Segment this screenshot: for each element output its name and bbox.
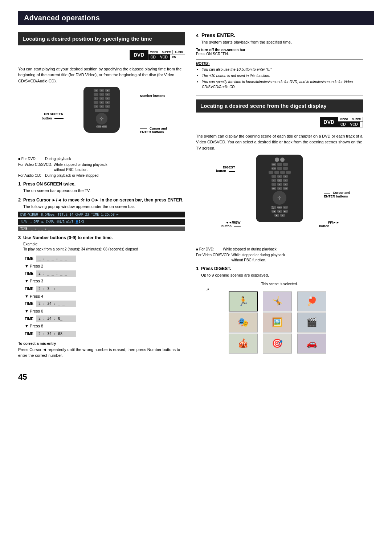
badge-right-r: VIDEO SUPER CD VCD xyxy=(338,117,363,127)
right-step-1-label: Press DIGEST. xyxy=(201,266,231,271)
time-label-3: TIME xyxy=(23,300,35,308)
example-text: To play back from a point 2 (hours): 34 … xyxy=(23,247,185,252)
digest-thumb-2[interactable]: 🤸 xyxy=(263,291,292,311)
step-1-label: Press ON SCREEN twice. xyxy=(23,181,75,187)
rr-btn9 xyxy=(269,171,273,174)
remote-btn-misc1 xyxy=(95,109,109,112)
rr-rew: ◄◄ xyxy=(271,210,276,213)
popup-time-label: TIME xyxy=(20,220,27,224)
step-3-title: 3 Use Number buttons (0-9) to enter the … xyxy=(18,235,185,240)
right-remote-container: DIGESTbutton SLP xyxy=(256,155,303,242)
time-label-2: TIME xyxy=(23,285,35,293)
time-press-2: ▼ Press 3 xyxy=(23,278,78,285)
number-buttons-annotation: Number buttons xyxy=(130,94,165,98)
remote-btn-6: 3 xyxy=(105,93,110,96)
badge-cd-r: CD xyxy=(338,122,348,127)
popup-time-entry: TIME _ : _ _ : _ _ xyxy=(20,227,54,230)
digest-thumb-1[interactable]: 🏃 xyxy=(229,291,258,311)
popup-mbps: 8.5Mbps xyxy=(41,213,55,216)
left-remote-wrap: ON SCREENbutton ◉ ◉ ◉ 1 2 3 xyxy=(18,87,185,152)
rew-annotation: ◄◄/REWbutton xyxy=(221,221,241,228)
step-2-num: 2 xyxy=(18,197,21,203)
disc-audio-label: For Audio CD: xyxy=(18,173,44,178)
cursor-enter-annotation-left: Cursor andENTER buttons xyxy=(140,127,167,134)
rr-btn5 xyxy=(283,163,288,166)
step-3: 3 Use Number buttons (0-9) to enter the … xyxy=(18,235,185,338)
right-step-1-body: Up to 9 opening scenes are displayed. xyxy=(196,273,363,278)
disc-row-audio: For Audio CD: During playback or while s… xyxy=(18,173,185,178)
rr-num8: 8 xyxy=(277,183,282,186)
remote-btn-2: ◉ xyxy=(99,89,104,92)
section-title: Advanced operations xyxy=(24,14,100,22)
rr-transport: ◄◄ ► ►► xyxy=(258,210,301,213)
rr-num4: 4 xyxy=(271,179,276,182)
remote-row-bottom: CHOICE MODE xyxy=(85,125,118,128)
step-3-label: Use Number buttons (0-9) to enter the ti… xyxy=(23,235,113,240)
note-2: The +10 button is not used in this funct… xyxy=(202,73,363,78)
digest-thumb-6[interactable]: 🎬 xyxy=(297,313,326,332)
press-label-5: ▼ Press 8 xyxy=(23,323,78,330)
to-correct-title: To correct a mis-entry xyxy=(18,342,185,346)
press-label-1: ▼ Press 2 xyxy=(23,263,78,270)
on-screen-bar-body: Press ON SCREEN. xyxy=(196,52,363,56)
remote-row-1: ◉ ◉ ◉ xyxy=(85,89,118,92)
digest-thumb-4-icon: 🎭 xyxy=(238,317,249,327)
rr-misc3: TV/R xyxy=(283,187,288,190)
badge-vcd-r: VCD xyxy=(348,122,360,127)
rr-row-misc: SET 0 TV/R xyxy=(258,187,301,190)
step-4-title: 4 Press ENTER. xyxy=(196,32,363,38)
press-label-2: ▼ Press 3 xyxy=(23,278,78,285)
popup-bar-3: TIME _ : _ _ : _ _ xyxy=(18,227,185,231)
left-disc-modes: ■ For DVD: During playback For Video CD/… xyxy=(18,156,185,178)
badge-video-r: VIDEO xyxy=(338,117,350,121)
step-3-num: 3 xyxy=(18,235,21,240)
rr-btn12 xyxy=(286,171,291,174)
right-disc-vcd-label: For Video CD/SVCD: xyxy=(196,253,230,263)
digest-thumb-8[interactable]: 🎯 xyxy=(263,334,292,354)
digest-thumb-9-icon: 🚗 xyxy=(306,338,317,348)
time-val-3: 2 : 34 : _ _ xyxy=(35,300,78,308)
right-step-1-title: 1 Press DIGEST. xyxy=(196,266,363,271)
rr-btn6: RTRN xyxy=(271,167,276,170)
time-entry-table: TIME _ : _ _ : _ _ ▼ Press 2 TIME 2 : _ … xyxy=(23,255,78,338)
right-disc-modes: ■ For DVD: While stopped or during playb… xyxy=(196,247,363,263)
remote-btn-7: 4 xyxy=(94,97,98,100)
popup-bars-wrap: DVD-VIDEO 8.5Mbps TITLE 14 CHAP 23 TIME … xyxy=(18,212,185,231)
left-column: Locating a desired position by specifyin… xyxy=(18,32,185,362)
digest-thumb-6-icon: 🎬 xyxy=(306,317,317,327)
rr-num7: 7 xyxy=(271,183,276,186)
step-2-body: The following pop-up window appears unde… xyxy=(18,204,185,209)
rr-row3: RTRN xyxy=(258,167,301,170)
disc-vcd-label: For Video CD/SVCD: xyxy=(18,162,52,172)
digest-arrow: ↗ xyxy=(196,287,363,291)
notes-title: NOTES: xyxy=(196,62,363,66)
right-badges: DVD VIDEO SUPER CD VCD xyxy=(196,117,363,130)
remote-btn-15: 10 xyxy=(105,105,110,108)
remote-dpad: ✛ xyxy=(96,113,107,125)
right-intro: The system can display the opening scene… xyxy=(196,133,363,151)
digest-thumb-8-icon: 🎯 xyxy=(272,338,283,348)
on-screen-bar-section: To turn off the on-screen bar Press ON S… xyxy=(196,48,363,56)
digest-thumb-3[interactable]: 🏓 xyxy=(297,291,326,311)
time-label-0: TIME xyxy=(23,255,35,263)
rr-btn8 xyxy=(283,167,288,170)
digest-thumb-5[interactable]: 🖼️ xyxy=(263,313,292,332)
rr-btn3: SLP xyxy=(271,163,276,166)
badge-bottom-r: CD VCD xyxy=(338,122,363,127)
left-remote: ◉ ◉ ◉ 1 2 3 4 5 6 xyxy=(83,87,120,133)
digest-thumb-4[interactable]: 🎭 xyxy=(229,313,258,332)
digest-thumb-7-icon: 🎪 xyxy=(238,338,249,348)
time-row-4: TIME 2 : 34 : 0_ xyxy=(23,315,78,323)
step-4: 4 Press ENTER. The system starts playbac… xyxy=(196,32,363,90)
rr-num2: 2 xyxy=(277,175,282,178)
disc-row-dvd: ■ For DVD: During playback xyxy=(18,156,185,162)
popup-bar-1: DVD-VIDEO 8.5Mbps TITLE 14 CHAP 23 TIME … xyxy=(18,212,185,217)
remote-row-3: 4 5 6 xyxy=(85,97,118,100)
digest-thumb-7[interactable]: 🎪 xyxy=(229,334,258,354)
badge-dvd: DVD xyxy=(130,50,148,60)
remote-btn-mode: MODE xyxy=(102,125,107,128)
time-val-1: 2 : _ _ : _ _ xyxy=(35,270,78,278)
right-disc-dvd-value: While stopped or during playback xyxy=(223,247,363,252)
digest-thumb-9[interactable]: 🚗 xyxy=(297,334,326,354)
rr-ff: ►► xyxy=(283,210,288,213)
